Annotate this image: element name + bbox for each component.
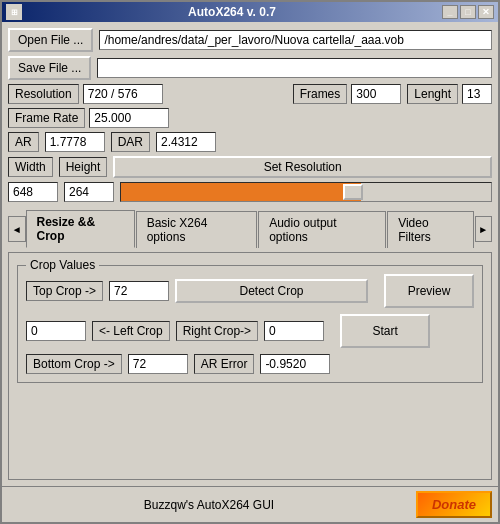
main-content: Open File ... Save File ... Resolution 7…	[2, 22, 498, 486]
tab-audio-options[interactable]: Audio output options	[258, 211, 386, 248]
window-title: AutoX264 v. 0.7	[22, 5, 442, 19]
crop-values-group: Crop Values Top Crop -> Detect Crop Prev…	[17, 265, 483, 383]
left-crop-label: <- Left Crop	[92, 321, 170, 341]
save-file-row: Save File ...	[8, 56, 492, 80]
tab-resize-crop[interactable]: Resize && Crop	[26, 210, 135, 248]
title-bar: ⊞ AutoX264 v. 0.7 _ □ ✕	[2, 2, 498, 22]
app-label: Buzzqw's AutoX264 GUI	[8, 498, 410, 512]
length-group: Lenght 13	[407, 84, 492, 104]
crop-grid: Top Crop -> Detect Crop Preview <- Left …	[26, 274, 474, 374]
frames-label: Frames	[293, 84, 348, 104]
ar-value: 1.7778	[45, 132, 105, 152]
ar-error-label: AR Error	[194, 354, 255, 374]
save-path-input[interactable]	[97, 58, 492, 78]
ar-error-input[interactable]	[260, 354, 330, 374]
tab-next-arrow[interactable]: ►	[475, 216, 493, 242]
frames-group: Frames 300	[293, 84, 402, 104]
close-button[interactable]: ✕	[478, 5, 494, 19]
width-input[interactable]	[8, 182, 58, 202]
right-crop-label: Right Crop->	[176, 321, 258, 341]
bottom-bar: Buzzqw's AutoX264 GUI Donate	[2, 486, 498, 522]
info-row1: Resolution 720 / 576 Frames 300 Lenght 1…	[8, 84, 492, 104]
length-value: 13	[462, 84, 492, 104]
resolution-slider-track	[120, 182, 492, 202]
bottom-crop-label: Bottom Crop ->	[26, 354, 122, 374]
maximize-button[interactable]: □	[460, 5, 476, 19]
right-crop-input[interactable]	[264, 321, 324, 341]
preview-button[interactable]: Preview	[384, 274, 474, 308]
set-resolution-button[interactable]: Set Resolution	[113, 156, 492, 178]
file-path-input[interactable]	[99, 30, 492, 50]
frames-value: 300	[351, 84, 401, 104]
length-label: Lenght	[407, 84, 458, 104]
title-bar-buttons: _ □ ✕	[442, 5, 494, 19]
top-crop-row: Top Crop -> Detect Crop Preview	[26, 274, 474, 308]
donate-button[interactable]: Donate	[416, 491, 492, 518]
dar-value: 2.4312	[156, 132, 216, 152]
top-crop-label: Top Crop ->	[26, 281, 103, 301]
resolution-group: Resolution 720 / 576	[8, 84, 163, 104]
resolution-label: Resolution	[8, 84, 79, 104]
bottom-crop-input[interactable]	[128, 354, 188, 374]
height-label: Height	[59, 157, 108, 177]
tab-content-area: Crop Values Top Crop -> Detect Crop Prev…	[8, 252, 492, 480]
dar-label: DAR	[111, 132, 150, 152]
top-crop-input[interactable]	[109, 281, 169, 301]
crop-values-label: Crop Values	[26, 258, 99, 272]
preview-start-buttons: Preview	[384, 274, 474, 308]
resolution-value: 720 / 576	[83, 84, 163, 104]
save-file-button[interactable]: Save File ...	[8, 56, 91, 80]
ar-label: AR	[8, 132, 39, 152]
window-icon: ⊞	[6, 4, 22, 20]
height-input[interactable]	[64, 182, 114, 202]
start-button[interactable]: Start	[340, 314, 430, 348]
open-file-button[interactable]: Open File ...	[8, 28, 93, 52]
detect-crop-button[interactable]: Detect Crop	[175, 279, 368, 303]
framerate-group: Frame Rate 25.000	[8, 108, 169, 128]
dimensions-row1: Width Height Set Resolution	[8, 156, 492, 178]
tabs-container: ◄ Resize && Crop Basic X264 options Audi…	[8, 210, 492, 248]
info-row2: Frame Rate 25.000	[8, 108, 492, 128]
tab-prev-arrow[interactable]: ◄	[8, 216, 26, 242]
resolution-slider-thumb[interactable]	[343, 184, 363, 200]
lr-crop-row: <- Left Crop Right Crop-> Start	[26, 314, 474, 348]
framerate-label: Frame Rate	[8, 108, 85, 128]
main-window: ⊞ AutoX264 v. 0.7 _ □ ✕ Open File ... Sa…	[0, 0, 500, 524]
tab-video-filters[interactable]: Video Filters	[387, 211, 473, 248]
bottom-crop-row: Bottom Crop -> AR Error	[26, 354, 474, 374]
framerate-value: 25.000	[89, 108, 169, 128]
minimize-button[interactable]: _	[442, 5, 458, 19]
left-crop-input[interactable]	[26, 321, 86, 341]
dimensions-row2	[8, 182, 492, 202]
width-label: Width	[8, 157, 53, 177]
tab-x264-options[interactable]: Basic X264 options	[136, 211, 257, 248]
open-file-row: Open File ...	[8, 28, 492, 52]
info-row3: AR 1.7778 DAR 2.4312	[8, 132, 492, 152]
